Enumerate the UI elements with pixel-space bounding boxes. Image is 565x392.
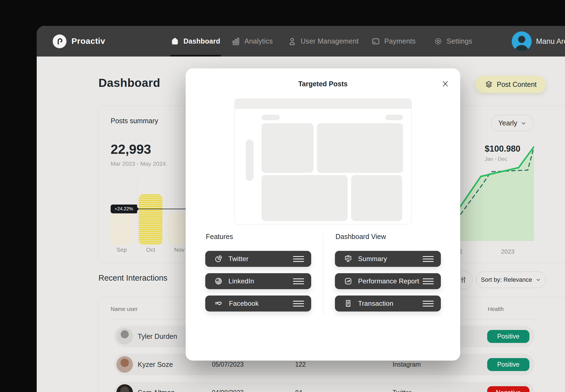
bar-sep — [110, 213, 134, 245]
health-badge: Positive — [487, 358, 529, 371]
health-badge: Positive — [487, 330, 529, 343]
dashboard-view-label: Dashboard View — [335, 233, 386, 241]
layers-icon — [485, 80, 493, 88]
presentation-icon — [344, 254, 353, 263]
spiral-icon — [214, 277, 223, 286]
nav-tab-user-management[interactable]: User Management — [287, 26, 359, 57]
feature-item-facebook[interactable]: Facebook — [205, 296, 311, 312]
nav-tab-label: User Management — [301, 37, 359, 45]
period-selector[interactable]: Yearly — [491, 115, 534, 131]
cell-platform: Twitter — [393, 382, 411, 392]
nav-tab-analytics[interactable]: Analytics — [231, 26, 273, 57]
receipt-icon — [344, 299, 353, 308]
feature-item-twitter[interactable]: Twitter — [205, 251, 311, 267]
pill-label: Summary — [358, 255, 387, 263]
period-selector-value: Yearly — [498, 119, 517, 127]
view-item-summary[interactable]: Summary — [335, 251, 441, 267]
table-row[interactable]: Sam Altman04/08/202384TwitterNegative — [114, 382, 534, 392]
sliders-icon — [459, 276, 467, 284]
posts-summary-range: Mar 2023 - May 2024. — [111, 160, 167, 167]
modal-divider — [323, 234, 323, 315]
preview-block — [351, 175, 402, 221]
posts-summary-title: Posts summary — [111, 117, 158, 125]
credit-card-icon — [371, 37, 380, 46]
avatar — [116, 384, 133, 392]
preview-block — [262, 123, 313, 173]
features-label: Features — [206, 233, 233, 241]
person-icon — [287, 37, 297, 46]
gear-icon — [433, 37, 443, 46]
nav-tab-label: Dashboard — [183, 37, 220, 45]
bar-label: Oct — [139, 246, 162, 253]
chart-gridline — [137, 179, 137, 245]
bar-chart-tooltip: +24.22% — [111, 205, 137, 213]
pill-label: Facebook — [229, 300, 259, 307]
targeted-posts-modal: Targeted Posts Features Dashboard View T… — [186, 68, 460, 361]
drag-handle-icon[interactable] — [423, 301, 434, 307]
nav-tab-label: Settings — [447, 37, 472, 45]
layout-preview — [234, 99, 412, 224]
post-content-button[interactable]: Post Content — [475, 76, 546, 93]
sort-by-label: Sort by: Relevance — [481, 276, 532, 283]
drag-handle-icon[interactable] — [423, 256, 434, 262]
preview-sidebar-bar — [246, 139, 254, 181]
close-icon[interactable] — [440, 79, 450, 89]
home-icon — [170, 37, 180, 46]
year-label: 2023 — [501, 248, 515, 255]
chart-gridline — [166, 179, 166, 245]
cell-name: Sam Altman — [138, 382, 175, 392]
avatar — [116, 356, 133, 373]
cell-name: Tyler Durden — [138, 326, 177, 347]
column-header-health: Health — [488, 306, 504, 312]
drag-handle-icon[interactable] — [293, 256, 304, 262]
brand-name: Proactiv — [71, 36, 105, 46]
nav-tab-label: Analytics — [244, 37, 273, 45]
proactiv-logo-icon — [53, 34, 66, 48]
sort-by-dropdown[interactable]: Sort by: Relevance — [476, 272, 546, 288]
drag-handle-icon[interactable] — [293, 278, 304, 284]
user-avatar[interactable] — [512, 31, 532, 51]
trend-up-icon — [344, 277, 353, 286]
preview-pill — [385, 115, 403, 120]
health-badge: Negative — [487, 386, 529, 392]
pill-label: Twitter — [228, 255, 249, 263]
cell-name: Kyzer Soze — [138, 354, 173, 375]
avatar — [116, 328, 133, 345]
preview-block — [317, 123, 403, 173]
list-heart-icon — [214, 299, 223, 308]
pill-label: Transaction — [358, 300, 393, 307]
bar-chart-icon — [231, 37, 241, 46]
view-item-transaction[interactable]: Transaction — [335, 296, 441, 312]
top-navigation: Proactiv DashboardAnalyticsUser Manageme… — [37, 26, 565, 57]
recent-interactions-heading: Recent Interactions — [98, 273, 167, 283]
tooltip-reference-line — [137, 209, 186, 209]
feature-item-linkedin[interactable]: LinkedIn — [205, 273, 311, 289]
revenue-value: $100.980 — [485, 144, 520, 154]
pill-label: LinkedIn — [228, 277, 254, 285]
chevron-down-icon — [535, 277, 541, 283]
drag-handle-icon[interactable] — [423, 278, 434, 284]
view-item-performance-report[interactable]: Performance Report — [335, 273, 441, 289]
preview-pill — [262, 115, 280, 120]
nav-tab-settings[interactable]: Settings — [433, 26, 472, 57]
modal-title: Targeted Posts — [186, 80, 460, 88]
pill-label: Performance Report — [358, 277, 419, 285]
chevron-down-icon — [521, 120, 527, 126]
bar-label: Sep — [110, 246, 134, 253]
revenue-range: Jan - Dec — [485, 156, 507, 162]
nav-tab-dashboard[interactable]: Dashboard — [170, 26, 220, 57]
cell-count: 84 — [295, 382, 302, 392]
active-tab-indicator — [170, 55, 221, 57]
nav-tab-label: Payments — [384, 37, 416, 45]
preview-block — [262, 175, 348, 221]
page-title: Dashboard — [98, 76, 160, 90]
preview-header-bar — [235, 99, 411, 109]
drag-handle-icon[interactable] — [293, 301, 304, 307]
column-header-name: Name user — [111, 306, 138, 312]
bar-oct — [139, 194, 162, 245]
user-name[interactable]: Manu Arc — [536, 37, 565, 46]
nav-tab-payments[interactable]: Payments — [371, 26, 416, 57]
posts-summary-value: 22,993 — [111, 142, 151, 157]
pie-chart-icon — [214, 254, 223, 263]
post-content-label: Post Content — [497, 80, 537, 88]
